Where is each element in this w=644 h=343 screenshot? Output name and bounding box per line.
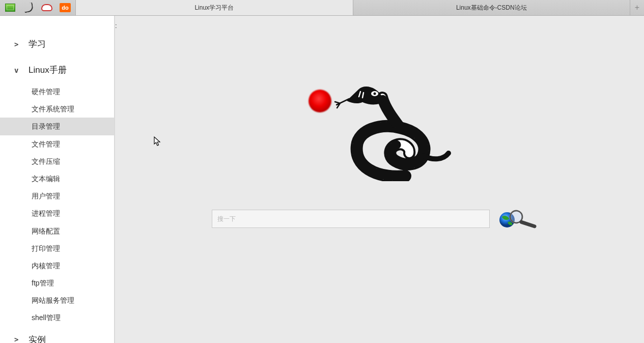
- globe-magnifier-icon: [497, 208, 541, 230]
- search-button[interactable]: [497, 208, 541, 230]
- text-stub: :: [115, 22, 117, 30]
- search-row: [212, 208, 541, 230]
- nav-item-study[interactable]: > 学习: [0, 31, 115, 57]
- nav-child-print[interactable]: 打印管理: [0, 240, 115, 257]
- tab-csdn-forum[interactable]: Linux基础命令-CSDN论坛: [353, 0, 630, 15]
- nav-item-examples[interactable]: > 实例: [0, 327, 115, 343]
- new-tab-button[interactable]: +: [630, 0, 644, 15]
- nav-children-linux-manual: 硬件管理 文件系统管理 目录管理 文件管理 文件压缩 文本编辑 用户管理 进程管…: [0, 83, 115, 327]
- nav-child-textedit[interactable]: 文本编辑: [0, 170, 115, 187]
- chevron-right-icon: >: [14, 40, 22, 48]
- toolbar-icon-2[interactable]: [21, 2, 36, 14]
- nav-label: 实例: [29, 334, 46, 343]
- nav-child-shell[interactable]: shell管理: [0, 309, 115, 326]
- browser-chrome: do Linux学习平台 Linux基础命令-CSDN论坛 +: [0, 0, 644, 16]
- toolbar-icon-1[interactable]: [3, 2, 17, 14]
- tab-bar: Linux学习平台 Linux基础命令-CSDN论坛: [75, 0, 630, 15]
- nav-item-linux-manual[interactable]: v Linux手册: [0, 57, 115, 83]
- search-input[interactable]: [212, 210, 490, 228]
- site-logo: [309, 79, 461, 181]
- plus-icon: +: [635, 3, 639, 12]
- chevron-down-icon: v: [14, 66, 22, 74]
- main-content: :: [115, 16, 644, 343]
- nav-child-hardware[interactable]: 硬件管理: [0, 83, 115, 100]
- tab-label: Linux学习平台: [194, 4, 234, 12]
- mouse-cursor-icon: [153, 136, 162, 147]
- toolbar-icon-3[interactable]: [40, 2, 54, 14]
- nav-child-directory[interactable]: 目录管理: [0, 118, 115, 135]
- svg-rect-6: [519, 220, 537, 228]
- nav-child-network[interactable]: 网络配置: [0, 222, 115, 240]
- nav-child-file[interactable]: 文件管理: [0, 135, 115, 153]
- svg-point-1: [374, 93, 376, 95]
- page-body: > 学习 v Linux手册 硬件管理 文件系统管理 目录管理 文件管理 文件压…: [0, 16, 644, 343]
- nav-child-process[interactable]: 进程管理: [0, 205, 115, 222]
- chevron-right-icon: >: [14, 335, 22, 343]
- hook-icon: [23, 3, 34, 13]
- nav-section: > 学习 v Linux手册 硬件管理 文件系统管理 目录管理 文件管理 文件压…: [0, 16, 115, 343]
- download-mgr-icon: [5, 4, 15, 12]
- toolbar-icon-4[interactable]: do: [58, 2, 72, 14]
- tab-label: Linux基础命令-CSDN论坛: [456, 4, 527, 12]
- tab-linux-platform[interactable]: Linux学习平台: [75, 0, 353, 15]
- nav-label: Linux手册: [29, 64, 67, 76]
- nav-child-filesystem[interactable]: 文件系统管理: [0, 100, 115, 118]
- toolbar-buttons: do: [0, 0, 75, 15]
- sidebar: > 学习 v Linux手册 硬件管理 文件系统管理 目录管理 文件管理 文件压…: [0, 16, 115, 343]
- nav-child-compress[interactable]: 文件压缩: [0, 153, 115, 170]
- nav-label: 学习: [29, 38, 46, 50]
- red-sun-icon: [309, 90, 331, 112]
- nav-child-webservice[interactable]: 网站服务管理: [0, 292, 115, 309]
- do-icon: do: [60, 3, 71, 12]
- nav-child-kernel[interactable]: 内核管理: [0, 257, 115, 274]
- nav-child-user[interactable]: 用户管理: [0, 187, 115, 205]
- snake-icon: [334, 79, 461, 181]
- cloud-icon: [41, 4, 52, 11]
- nav-child-ftp[interactable]: ftp管理: [0, 274, 115, 292]
